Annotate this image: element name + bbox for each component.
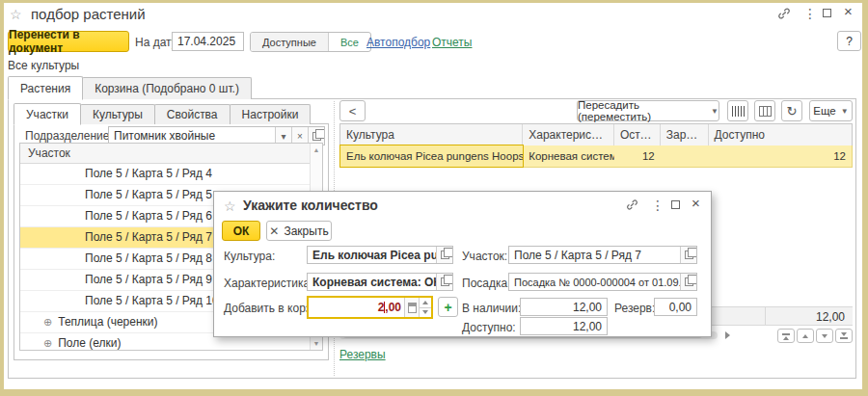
plot-value: Поле 5 / Карта 5 / Ряд 7 xyxy=(509,249,680,262)
column-header[interactable]: Характеристика xyxy=(523,124,614,145)
favorite-star-icon[interactable]: ☆ xyxy=(10,8,22,21)
available-label: Доступно: xyxy=(462,321,516,334)
scroll-down-icon[interactable]: ▼ xyxy=(313,337,320,350)
more-menu-icon[interactable]: ⋮ xyxy=(651,199,665,211)
step-down-icon[interactable] xyxy=(420,308,431,318)
tree-row-label: Поле 5 / Карта 5 / Ряд 6 xyxy=(85,209,212,223)
tab-plots[interactable]: Участки xyxy=(14,103,81,125)
columns-settings-button[interactable] xyxy=(754,100,775,121)
quantity-input[interactable]: 2,00 xyxy=(307,296,433,319)
close-icon[interactable]: × xyxy=(844,5,853,18)
table-cell[interactable]: Ель колючая Picea pungens Hoopsii xyxy=(340,145,523,167)
culture-field[interactable]: Ель колючая Picea pungens Hoopsii xyxy=(307,246,453,264)
tab-settings[interactable]: Настройки xyxy=(230,104,312,124)
quantity-value: 2,00 xyxy=(309,301,404,314)
help-button[interactable]: ? xyxy=(837,31,861,51)
calculator-icon[interactable] xyxy=(404,298,419,317)
tab-basket[interactable]: Корзина (Подобрано 0 шт.) xyxy=(82,77,252,99)
stock-table-header: КультураХарактеристикаОстатокЗарезервиро… xyxy=(339,123,853,146)
barcode-scan-button[interactable] xyxy=(727,100,748,121)
add-plus-button[interactable]: + xyxy=(438,297,458,317)
stock-field[interactable]: 12,00 xyxy=(520,298,608,316)
table-cell[interactable] xyxy=(661,145,709,167)
quantity-stepper[interactable] xyxy=(419,298,431,317)
maximize-icon[interactable] xyxy=(671,200,680,209)
reports-link[interactable]: Отчеты xyxy=(432,36,472,49)
dialog-close-button[interactable]: ✕ Закрыть xyxy=(266,221,332,241)
stock-table-row[interactable]: Ель колючая Picea pungens HoopsiiКорнева… xyxy=(339,145,853,168)
maximize-icon[interactable] xyxy=(823,9,831,17)
go-down-button[interactable] xyxy=(816,329,833,343)
scroll-right-icon[interactable] xyxy=(725,331,730,339)
expand-icon[interactable]: ⊕ xyxy=(43,316,52,328)
department-label: Подразделение: xyxy=(25,129,113,143)
toggle-option-all[interactable]: Все xyxy=(329,33,370,51)
cross-icon: ✕ xyxy=(269,224,279,238)
reserves-link[interactable]: Резервы xyxy=(339,348,386,361)
tree-row[interactable]: Поле 5 / Карта 5 / Ряд 4 xyxy=(20,164,310,185)
back-button[interactable]: < xyxy=(339,100,366,121)
favorite-star-icon[interactable]: ☆ xyxy=(224,199,236,213)
culture-label: Культура: xyxy=(224,250,275,263)
planting-value: Посадка № 0000-000004 от 01.09.2021 xyxy=(509,277,680,288)
more-menu-icon[interactable]: ⋮ xyxy=(803,8,817,19)
scroll-up-icon[interactable]: ▲ xyxy=(313,144,320,156)
transfer-to-document-button[interactable]: Перенести в документ xyxy=(8,31,129,52)
tab-plants[interactable]: Растения xyxy=(8,76,83,100)
tree-column-header[interactable]: Участок xyxy=(20,144,322,164)
totals-divider xyxy=(765,307,766,325)
step-up-icon[interactable] xyxy=(420,298,431,308)
close-button-label: Закрыть xyxy=(284,224,328,238)
tree-row-label: Поле 5 / Карта 5 / Ряд 4 xyxy=(85,167,212,180)
culture-value: Ель колючая Picea pungens Hoopsii xyxy=(308,249,436,262)
open-icon[interactable] xyxy=(680,274,696,290)
reserve-field[interactable]: 0,00 xyxy=(654,298,697,316)
refresh-icon: ↻ xyxy=(787,105,798,118)
refresh-button[interactable]: ↻ xyxy=(781,100,802,121)
table-cell[interactable]: Корневая система:... xyxy=(523,145,614,167)
column-header[interactable]: Остаток xyxy=(614,124,661,145)
column-header[interactable]: Зарезервировано xyxy=(661,124,709,145)
planting-field[interactable]: Посадка № 0000-000004 от 01.09.2021 xyxy=(508,273,697,291)
open-icon[interactable] xyxy=(436,274,452,290)
tab-properties[interactable]: Свойства xyxy=(154,104,231,124)
barcode-icon xyxy=(732,106,745,117)
autoselect-link[interactable]: Автоподбор xyxy=(366,36,430,49)
column-header[interactable]: Доступно xyxy=(709,124,852,145)
totals-available-value: 12,00 xyxy=(816,308,845,326)
transplant-button[interactable]: Пересадить (переместить) ▼ xyxy=(577,100,719,121)
plot-label: Участок: xyxy=(462,250,507,263)
reserve-label: Резерв: xyxy=(614,302,655,315)
table-cell[interactable]: 12 xyxy=(614,145,661,167)
ok-button[interactable]: ОК xyxy=(222,221,260,241)
open-icon[interactable] xyxy=(680,247,696,263)
copy-link-icon[interactable] xyxy=(777,7,791,23)
department-value: Питомник хвойные xyxy=(109,129,275,143)
go-to-last-button[interactable] xyxy=(835,329,853,343)
go-to-first-button[interactable] xyxy=(777,329,795,343)
stock-label: В наличии: xyxy=(462,302,521,315)
tree-row-label: Поле 5 / Карта 5 / Ряд 9 xyxy=(85,273,212,286)
column-header[interactable]: Культура xyxy=(340,124,523,145)
date-input[interactable]: 17.04.2025 xyxy=(172,32,244,51)
reserve-value: 0,00 xyxy=(655,301,696,314)
left-tab-strip: Участки Культуры Свойства Настройки xyxy=(14,102,310,124)
tab-cultures[interactable]: Культуры xyxy=(80,104,155,124)
close-icon[interactable]: × xyxy=(692,197,700,210)
quantity-dialog: ☆ Укажите количество ⋮ × ОК ✕ Закрыть Ку… xyxy=(213,191,712,337)
go-up-button[interactable] xyxy=(797,329,814,343)
tree-row-label: Поле (елки) xyxy=(58,336,121,350)
expand-icon[interactable]: ⊕ xyxy=(43,337,52,349)
stock-value: 12,00 xyxy=(521,301,607,314)
main-tab-strip: Растения Корзина (Подобрано 0 шт.) xyxy=(8,75,251,99)
characteristic-label: Характеристика: xyxy=(224,277,313,290)
available-field[interactable]: 12,00 xyxy=(520,317,608,335)
characteristic-field[interactable]: Корневая система: ОКС; Обх xyxy=(307,273,453,291)
copy-link-icon[interactable] xyxy=(626,198,638,214)
columns-icon xyxy=(759,106,772,117)
open-icon[interactable] xyxy=(436,247,452,263)
plot-field[interactable]: Поле 5 / Карта 5 / Ряд 7 xyxy=(508,246,697,264)
toggle-option-available[interactable]: Доступные xyxy=(251,33,329,51)
table-cell[interactable]: 12 xyxy=(709,145,852,167)
more-button[interactable]: Еще ▼ xyxy=(809,100,853,121)
